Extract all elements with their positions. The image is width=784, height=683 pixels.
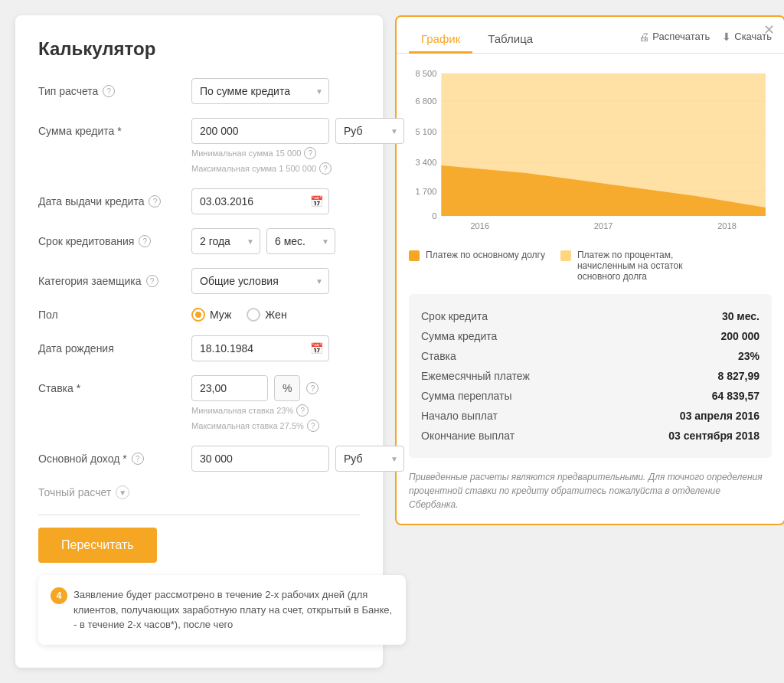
summary-label-1: Сумма кредита	[421, 330, 497, 342]
svg-text:1 700: 1 700	[416, 187, 437, 196]
summary-row-0: Срок кредита 30 мес.	[421, 306, 760, 326]
gender-controls: Муж Жен	[191, 308, 360, 322]
term-months-select[interactable]: 6 мес. 0 мес. 3 мес.	[266, 228, 335, 254]
issue-date-input[interactable]	[191, 188, 329, 214]
calc-type-controls: По сумме кредита ▼	[191, 78, 360, 104]
calc-type-select[interactable]: По сумме кредита	[191, 78, 329, 104]
income-input[interactable]	[191, 446, 329, 472]
form-divider	[38, 515, 360, 515]
page-wrapper: Калькулятор Тип расчета ? По сумме креди…	[15, 15, 769, 668]
summary-row-4: Сумма переплаты 64 839,57	[421, 386, 760, 406]
term-help-icon[interactable]: ?	[139, 235, 151, 247]
calc-type-select-wrapper: По сумме кредита ▼	[191, 78, 329, 104]
rate-label: Ставка *	[38, 382, 191, 394]
term-row: Срок кредитования ? 2 года 1 год 3 года …	[38, 228, 360, 254]
chart-panel: ✕ График Таблица 🖨 Распечатать ⬇ Скачать…	[395, 15, 784, 525]
birthdate-input[interactable]	[191, 335, 329, 361]
summary-table: Срок кредита 30 мес. Сумма кредита 200 0…	[409, 294, 772, 458]
credit-amount-label: Сумма кредита *	[38, 125, 191, 137]
income-currency-select[interactable]: Руб	[335, 446, 404, 472]
exact-calc-label: Точный расчет	[38, 486, 111, 498]
category-label: Категория заемщика ?	[38, 275, 191, 287]
tab-table[interactable]: Таблица	[475, 26, 545, 54]
birthdate-wrapper: 📅	[191, 335, 329, 361]
income-controls: Руб ▼	[191, 446, 404, 472]
svg-text:2017: 2017	[594, 221, 613, 230]
rate-max-text: Максимальная ставка 27.5% ?	[191, 420, 360, 432]
rate-min-help-icon[interactable]: ?	[296, 404, 309, 417]
calc-type-help-icon[interactable]: ?	[103, 85, 115, 97]
chart-legend: Платеж по основному долгу Платеж по проц…	[397, 243, 784, 294]
legend-label-principal: Платеж по основному долгу	[426, 250, 545, 260]
rate-controls: % ?	[191, 375, 360, 401]
gender-female-option[interactable]: Жен	[247, 308, 286, 322]
rate-max-help-icon[interactable]: ?	[307, 420, 319, 432]
credit-amount-row: Сумма кредита * Руб ▼ Минимальная сумма …	[38, 118, 360, 175]
rate-input[interactable]	[191, 375, 268, 401]
issue-date-row: Дата выдачи кредита ? 📅	[38, 188, 360, 214]
gender-female-radio[interactable]	[247, 308, 260, 322]
rate-sub-texts: Минимальная ставка 23% ? Максимальная ст…	[191, 404, 360, 432]
credit-min-help-icon[interactable]: ?	[304, 147, 316, 159]
calc-type-label: Тип расчета ?	[38, 85, 191, 97]
calculator-panel: Калькулятор Тип расчета ? По сумме креди…	[15, 15, 383, 668]
svg-text:5 100: 5 100	[416, 127, 437, 136]
credit-amount-controls: Руб ▼	[191, 118, 404, 144]
term-years-wrapper: 2 года 1 год 3 года ▼	[191, 228, 260, 254]
print-button[interactable]: 🖨 Распечатать	[639, 31, 710, 43]
category-select[interactable]: Общие условия	[191, 268, 329, 294]
step-content: 4 Заявление будет рассмотрено в течение …	[38, 575, 406, 645]
summary-value-3: 8 827,99	[718, 370, 760, 382]
credit-max-help-icon[interactable]: ?	[319, 162, 332, 175]
summary-label-3: Ежемесячный платеж	[421, 370, 530, 382]
calc-title: Калькулятор	[38, 38, 360, 60]
svg-text:6 800: 6 800	[416, 96, 437, 106]
currency-select[interactable]: Руб	[335, 118, 404, 144]
rate-percent-label: %	[274, 375, 300, 401]
rate-main-row: Ставка * % ?	[38, 375, 360, 401]
rate-help-icon[interactable]: ?	[306, 382, 318, 394]
svg-text:8 500: 8 500	[416, 69, 437, 78]
income-currency-wrapper: Руб ▼	[335, 446, 404, 472]
issue-date-controls: 📅	[191, 188, 360, 214]
chart-tabs: График Таблица 🖨 Распечатать ⬇ Скачать	[397, 17, 784, 54]
summary-value-6: 03 сентября 2018	[668, 430, 760, 442]
income-label: Основной доход * ?	[38, 453, 191, 465]
close-button[interactable]: ✕	[763, 23, 775, 37]
income-help-icon[interactable]: ?	[132, 453, 144, 465]
category-help-icon[interactable]: ?	[146, 275, 158, 287]
rate-min-text: Минимальная ставка 23% ?	[191, 404, 360, 417]
rate-row: Ставка * % ? Минимальная ставка 23% ? Ма…	[38, 375, 360, 432]
issue-date-help-icon[interactable]: ?	[149, 195, 161, 208]
svg-text:2016: 2016	[470, 221, 489, 230]
chart-area: 8 500 6 800 5 100 3 400 1 700 0	[397, 54, 784, 243]
summary-row-6: Окончание выплат 03 сентября 2018	[421, 426, 760, 446]
summary-value-2: 23%	[738, 350, 760, 362]
term-years-select[interactable]: 2 года 1 год 3 года	[191, 228, 260, 254]
issue-date-label: Дата выдачи кредита ?	[38, 195, 191, 208]
summary-row-1: Сумма кредита 200 000	[421, 326, 760, 346]
gender-row: Пол Муж Жен	[38, 308, 360, 322]
recalculate-button[interactable]: Пересчитать	[38, 528, 157, 563]
term-controls: 2 года 1 год 3 года ▼ 6 мес. 0 мес. 3 ме…	[191, 228, 360, 254]
credit-amount-input[interactable]	[191, 118, 329, 144]
credit-max-text: Максимальная сумма 1 500 000 ?	[191, 162, 360, 175]
summary-value-1: 200 000	[720, 330, 760, 342]
birthdate-calendar-icon[interactable]: 📅	[310, 342, 323, 355]
gender-label: Пол	[38, 309, 191, 321]
category-select-wrapper: Общие условия ▼	[191, 268, 329, 294]
summary-row-5: Начало выплат 03 апреля 2016	[421, 406, 760, 426]
issue-date-calendar-icon[interactable]: 📅	[310, 195, 323, 208]
gender-male-radio[interactable]	[191, 308, 205, 322]
legend-item-interest: Платеж по процентам, начисленным на оста…	[560, 250, 698, 282]
exact-calc-row[interactable]: Точный расчет ▼	[38, 485, 360, 499]
term-label: Срок кредитования ?	[38, 235, 191, 247]
gender-male-option[interactable]: Муж	[191, 308, 231, 322]
tab-graph[interactable]: График	[409, 26, 472, 54]
issue-date-wrapper: 📅	[191, 188, 329, 214]
step-text: Заявление будет рассмотрено в течение 2-…	[74, 587, 394, 632]
step-badge: 4	[51, 587, 67, 604]
currency-select-wrapper: Руб ▼	[335, 118, 404, 144]
exact-calc-chevron-icon[interactable]: ▼	[116, 485, 129, 499]
summary-row-2: Ставка 23%	[421, 346, 760, 366]
